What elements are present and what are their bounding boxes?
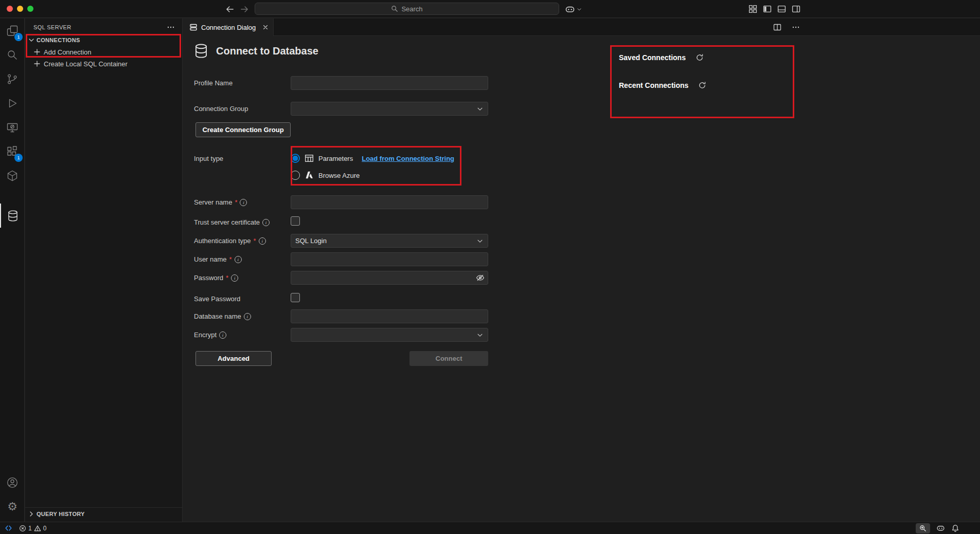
chevron-down-icon xyxy=(576,6,582,12)
azure-icon xyxy=(305,171,314,180)
sidebar-title: SQL SERVER xyxy=(33,24,167,30)
refresh-icon[interactable] xyxy=(696,53,704,62)
profile-name-input[interactable] xyxy=(291,76,488,90)
dialog-title: Connect to Database xyxy=(216,45,318,57)
info-icon[interactable] xyxy=(235,256,242,263)
info-icon[interactable] xyxy=(219,332,226,339)
trust-cert-checkbox[interactable] xyxy=(291,216,300,226)
activity-explorer[interactable]: 1 xyxy=(0,19,25,43)
editor-more-actions-icon[interactable] xyxy=(792,23,800,31)
toggle-panel-icon[interactable] xyxy=(777,5,786,13)
remote-indicator[interactable] xyxy=(4,524,13,532)
info-icon[interactable] xyxy=(231,274,238,282)
split-editor-icon[interactable] xyxy=(773,23,781,31)
connection-dialog-tab-icon xyxy=(189,23,198,31)
user-name-label: User name xyxy=(194,255,227,263)
activity-bar: 1 1 ⚙ xyxy=(0,19,25,522)
auth-type-label: Authentication type xyxy=(194,237,251,245)
info-icon[interactable] xyxy=(262,219,270,226)
gear-icon: ⚙ xyxy=(7,501,17,512)
chevron-right-icon xyxy=(27,510,35,518)
toggle-password-visibility-icon[interactable] xyxy=(476,273,485,282)
user-name-input[interactable] xyxy=(291,252,488,266)
connection-group-dropdown[interactable] xyxy=(291,102,488,116)
toggle-secondary-sidebar-icon[interactable] xyxy=(792,5,800,13)
chevron-down-icon xyxy=(476,237,484,245)
database-name-label: Database name xyxy=(194,312,241,320)
database-icon xyxy=(7,210,19,222)
info-icon[interactable] xyxy=(259,237,266,245)
refresh-icon[interactable] xyxy=(698,81,706,89)
extensions-badge: 1 xyxy=(14,154,23,162)
auth-type-dropdown[interactable]: SQL Login xyxy=(291,234,488,248)
navigate-forward-icon[interactable] xyxy=(240,5,249,14)
add-connection-item[interactable]: Add Connection xyxy=(25,46,182,58)
app-window: Search 1 xyxy=(0,0,980,534)
input-type-label: Input type xyxy=(194,155,223,162)
password-label: Password xyxy=(194,274,223,282)
navigate-back-icon[interactable] xyxy=(225,5,235,14)
activity-remote-explorer[interactable] xyxy=(0,115,25,139)
command-center-search[interactable]: Search xyxy=(255,3,559,15)
sidebar-sql-server: SQL SERVER CONNECTIONS Add Connection Cr… xyxy=(25,19,183,522)
chevron-down-icon xyxy=(476,105,484,113)
window-controls xyxy=(7,6,33,12)
close-window-button[interactable] xyxy=(7,6,13,12)
connection-dialog-webview: Connect to Database Profile Name Connect… xyxy=(183,36,980,522)
advanced-button[interactable]: Advanced xyxy=(195,351,272,366)
minimize-window-button[interactable] xyxy=(17,6,23,12)
customize-layout-icon[interactable] xyxy=(749,5,757,13)
activity-run-debug[interactable] xyxy=(0,91,25,115)
copilot-menu-button[interactable] xyxy=(565,4,582,14)
tab-connection-dialog[interactable]: Connection Dialog xyxy=(183,19,274,36)
explorer-badge: 1 xyxy=(14,33,23,41)
zoom-in-icon xyxy=(919,525,926,532)
plus-icon xyxy=(33,48,41,56)
more-actions-icon[interactable] xyxy=(167,23,175,31)
notifications-bell-icon[interactable] xyxy=(951,524,959,532)
activity-settings[interactable]: ⚙ xyxy=(0,494,25,519)
connections-section-header[interactable]: CONNECTIONS xyxy=(25,34,182,46)
error-icon xyxy=(19,525,26,532)
activity-search[interactable] xyxy=(0,43,25,67)
chevron-down-icon xyxy=(476,332,484,339)
info-icon[interactable] xyxy=(244,313,251,320)
connect-button[interactable]: Connect xyxy=(409,351,488,366)
toggle-primary-sidebar-icon[interactable] xyxy=(763,5,772,13)
required-marker: * xyxy=(226,274,228,282)
run-debug-icon xyxy=(6,97,19,109)
activity-source-control[interactable] xyxy=(0,67,25,91)
activity-accounts[interactable] xyxy=(0,470,25,494)
encrypt-dropdown[interactable] xyxy=(291,328,488,342)
load-connection-string-link[interactable]: Load from Connection String xyxy=(362,155,454,162)
activity-containers[interactable] xyxy=(0,163,25,188)
activity-sql-server[interactable] xyxy=(0,204,25,228)
info-icon[interactable] xyxy=(240,199,247,206)
saved-connections-header: Saved Connections xyxy=(619,53,704,62)
auth-type-value: SQL Login xyxy=(295,237,476,245)
required-marker: * xyxy=(229,255,232,263)
activity-extensions[interactable]: 1 xyxy=(0,139,25,163)
create-local-sql-container-item[interactable]: Create Local SQL Container xyxy=(25,58,182,69)
database-icon xyxy=(193,43,209,59)
password-input[interactable] xyxy=(291,271,488,285)
close-tab-icon[interactable] xyxy=(262,24,269,31)
copilot-status-icon[interactable] xyxy=(936,524,945,532)
tab-bar: Connection Dialog xyxy=(183,19,980,36)
zoom-status-item[interactable] xyxy=(916,523,930,533)
maximize-window-button[interactable] xyxy=(27,6,33,12)
saved-connections-title: Saved Connections xyxy=(619,53,686,62)
parameters-radio[interactable] xyxy=(291,154,300,163)
problems-status-item[interactable]: 1 0 xyxy=(19,525,46,532)
database-name-input[interactable] xyxy=(291,309,488,323)
layout-controls xyxy=(749,5,800,13)
create-local-sql-container-label: Create Local SQL Container xyxy=(44,60,128,68)
save-password-label: Save Password xyxy=(194,295,240,303)
browse-azure-radio[interactable] xyxy=(291,171,300,180)
create-connection-group-button[interactable]: Create Connection Group xyxy=(195,122,291,137)
server-name-input[interactable] xyxy=(291,195,488,209)
save-password-checkbox[interactable] xyxy=(291,293,300,302)
search-icon xyxy=(6,49,19,61)
recent-connections-title: Recent Connections xyxy=(619,81,688,89)
query-history-section-header[interactable]: QUERY HISTORY xyxy=(25,507,182,519)
